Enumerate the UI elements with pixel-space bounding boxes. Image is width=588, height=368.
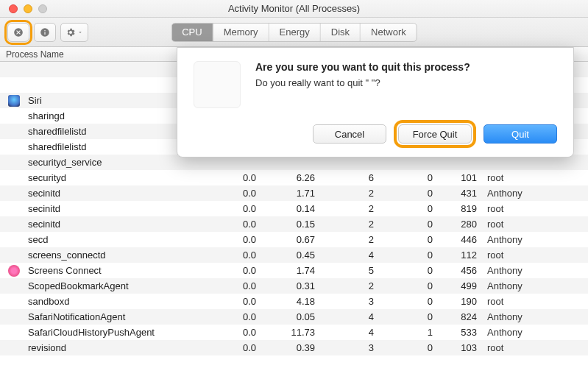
process-col-c2: 1.71 <box>263 188 322 199</box>
table-row[interactable]: sandboxd0.04.1830190root <box>0 294 588 309</box>
process-user: Anthony <box>484 311 582 322</box>
table-row[interactable]: revisiond0.00.3930103root <box>0 340 588 355</box>
tab-cpu[interactable]: CPU <box>171 24 213 41</box>
siri-icon <box>8 95 20 107</box>
process-col-c5: 431 <box>440 188 484 199</box>
process-col-c2: 0.39 <box>263 342 322 353</box>
process-user: root <box>484 250 582 261</box>
process-col-c2: 0.14 <box>263 203 322 214</box>
process-col-c3: 3 <box>322 296 381 307</box>
table-row[interactable]: SafariNotificationAgent0.00.0540824Antho… <box>0 309 588 325</box>
process-col-c4: 1 <box>381 327 440 338</box>
process-col-c5: 533 <box>440 327 484 338</box>
info-icon <box>40 27 50 38</box>
table-row[interactable]: Screens Connect0.01.7450456Anthony <box>0 263 588 278</box>
process-user: root <box>484 203 582 214</box>
window-title: Activity Monitor (All Processes) <box>0 3 588 14</box>
process-icon-cell <box>0 265 28 277</box>
process-col-c5: 112 <box>440 250 484 261</box>
process-col-c4: 0 <box>381 172 440 183</box>
process-col-c3: 4 <box>322 250 381 261</box>
tab-energy[interactable]: Energy <box>269 24 321 41</box>
process-name: secinitd <box>28 219 212 230</box>
process-col-c2: 0.05 <box>263 311 322 322</box>
process-col-c2: 0.67 <box>263 234 322 245</box>
column-header-process-name[interactable]: Process Name <box>6 49 64 60</box>
info-button[interactable] <box>34 23 56 42</box>
process-col-c4: 0 <box>381 188 440 199</box>
process-user: Anthony <box>484 234 582 245</box>
table-row[interactable]: SafariCloudHistoryPushAgent0.011.7341533… <box>0 325 588 340</box>
process-col-c4: 0 <box>381 234 440 245</box>
stop-process-button[interactable] <box>7 23 29 42</box>
process-name: SafariNotificationAgent <box>28 311 212 322</box>
tab-memory[interactable]: Memory <box>213 24 269 41</box>
process-col-c5: 103 <box>440 342 484 353</box>
table-row[interactable]: screens_connectd0.00.4540112root <box>0 247 588 263</box>
process-col-c2: 0.45 <box>263 250 322 261</box>
process-col-c4: 0 <box>381 219 440 230</box>
process-col-c1: 0.0 <box>212 280 263 291</box>
process-user: root <box>484 342 582 353</box>
process-col-c3: 5 <box>322 265 381 276</box>
chevron-down-icon <box>77 27 83 38</box>
table-row[interactable]: secd0.00.6720446Anthony <box>0 232 588 247</box>
quit-dialog: Are you sure you want to quit this proce… <box>177 47 574 158</box>
gear-menu-button[interactable] <box>60 23 88 42</box>
process-col-c3: 4 <box>322 311 381 322</box>
process-col-c4: 0 <box>381 265 440 276</box>
quit-button[interactable]: Quit <box>483 124 557 144</box>
process-user: Anthony <box>484 327 582 338</box>
process-name: ScopedBookmarkAgent <box>28 280 212 291</box>
process-col-c1: 0.0 <box>212 327 263 338</box>
process-icon-cell <box>0 95 28 107</box>
screens-icon <box>8 265 20 277</box>
titlebar: Activity Monitor (All Processes) <box>0 0 588 18</box>
process-col-c1: 0.0 <box>212 311 263 322</box>
process-col-c2: 4.18 <box>263 296 322 307</box>
process-col-c3: 3 <box>322 342 381 353</box>
process-name: secd <box>28 234 212 245</box>
tab-network[interactable]: Network <box>361 24 417 41</box>
process-col-c3: 4 <box>322 327 381 338</box>
process-col-c5: 824 <box>440 311 484 322</box>
process-col-c1: 0.0 <box>212 188 263 199</box>
process-col-c5: 101 <box>440 172 484 183</box>
process-user: Anthony <box>484 188 582 199</box>
process-col-c5: 819 <box>440 203 484 214</box>
process-col-c3: 2 <box>322 203 381 214</box>
process-col-c4: 0 <box>381 342 440 353</box>
process-name: SafariCloudHistoryPushAgent <box>28 327 212 338</box>
table-row[interactable]: secinitd0.00.1420819root <box>0 201 588 216</box>
table-row[interactable]: secinitd0.01.7120431Anthony <box>0 185 588 201</box>
process-col-c5: 446 <box>440 234 484 245</box>
process-col-c1: 0.0 <box>212 296 263 307</box>
process-user: root <box>484 219 582 230</box>
process-col-c1: 0.0 <box>212 265 263 276</box>
process-col-c3: 6 <box>322 172 381 183</box>
process-col-c1: 0.0 <box>212 250 263 261</box>
dialog-title: Are you sure you want to quit this proce… <box>255 61 470 73</box>
process-col-c3: 2 <box>322 188 381 199</box>
gear-icon <box>65 27 76 38</box>
force-quit-button[interactable]: Force Quit <box>398 124 472 144</box>
process-name: sandboxd <box>28 296 212 307</box>
process-user: root <box>484 172 582 183</box>
process-col-c1: 0.0 <box>212 172 263 183</box>
process-col-c5: 190 <box>440 296 484 307</box>
process-user: Anthony <box>484 265 582 276</box>
process-col-c2: 0.15 <box>263 219 322 230</box>
process-col-c1: 0.0 <box>212 342 263 353</box>
process-name: securityd_service <box>28 157 212 168</box>
cancel-button[interactable]: Cancel <box>313 124 386 144</box>
process-user: Anthony <box>484 280 582 291</box>
tab-disk[interactable]: Disk <box>321 24 361 41</box>
table-row[interactable]: securityd0.06.2660101root <box>0 170 588 185</box>
toolbar: CPU Memory Energy Disk Network <box>0 18 588 47</box>
process-col-c1: 0.0 <box>212 234 263 245</box>
process-col-c2: 0.31 <box>263 280 322 291</box>
process-col-c2: 11.73 <box>263 327 322 338</box>
table-row[interactable]: ScopedBookmarkAgent0.00.3120499Anthony <box>0 278 588 294</box>
process-col-c4: 0 <box>381 250 440 261</box>
table-row[interactable]: secinitd0.00.1520280root <box>0 216 588 232</box>
